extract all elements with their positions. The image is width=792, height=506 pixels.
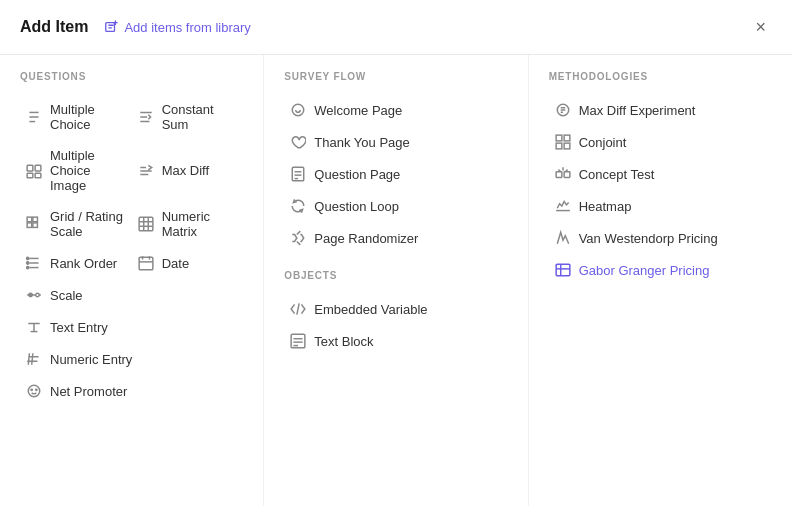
numeric-entry-icon bbox=[26, 351, 42, 367]
svg-point-28 bbox=[29, 293, 32, 296]
item-label: Net Promoter bbox=[50, 384, 127, 399]
item-label: Question Loop bbox=[314, 199, 399, 214]
add-from-library-link[interactable]: Add items from library bbox=[104, 20, 250, 35]
objects-header: OBJECTS bbox=[284, 270, 507, 281]
svg-point-21 bbox=[27, 262, 29, 264]
conjoint-icon bbox=[555, 134, 571, 150]
van-west-icon bbox=[555, 230, 571, 246]
item-label: Max Diff bbox=[162, 163, 209, 178]
svg-rect-44 bbox=[556, 143, 562, 149]
constant-sum-icon bbox=[138, 109, 154, 125]
item-label: Page Randomizer bbox=[314, 231, 418, 246]
net-promoter-icon bbox=[26, 383, 42, 399]
item-numeric-matrix[interactable]: Numeric Matrix bbox=[132, 201, 244, 247]
item-grid-rating[interactable]: Grid / Rating Scale bbox=[20, 201, 132, 247]
item-label: Van Westendorp Pricing bbox=[579, 231, 718, 246]
max-diff-exp-icon bbox=[555, 102, 571, 118]
item-welcome-page[interactable]: Welcome Page bbox=[284, 94, 507, 126]
svg-rect-0 bbox=[106, 23, 115, 32]
list-icon bbox=[26, 109, 42, 125]
item-label: Numeric Matrix bbox=[162, 209, 238, 239]
item-label: Grid / Rating Scale bbox=[50, 209, 126, 239]
text-block-icon bbox=[290, 333, 306, 349]
item-label: Multiple Choice Image bbox=[50, 148, 126, 193]
methodologies-column: METHODOLOGIES Max Diff Experiment Conjoi… bbox=[529, 55, 792, 506]
item-label: Date bbox=[162, 256, 189, 271]
item-embedded-variable[interactable]: Embedded Variable bbox=[284, 293, 507, 325]
item-question-page[interactable]: Question Page bbox=[284, 158, 507, 190]
item-label: Gabor Granger Pricing bbox=[579, 263, 710, 278]
svg-rect-46 bbox=[556, 172, 562, 178]
close-button[interactable]: × bbox=[749, 16, 772, 38]
scale-icon bbox=[26, 287, 42, 303]
item-numeric-entry[interactable]: Numeric Entry bbox=[20, 343, 243, 375]
item-rank-order[interactable]: Rank Order bbox=[20, 247, 132, 279]
modal-body: QUESTIONS Multiple Choice Constant Sum bbox=[0, 55, 792, 506]
svg-rect-10 bbox=[27, 223, 32, 228]
item-scale[interactable]: Scale bbox=[20, 279, 243, 311]
item-label: Rank Order bbox=[50, 256, 117, 271]
svg-point-31 bbox=[36, 389, 37, 390]
modal-title: Add Item bbox=[20, 18, 88, 36]
item-text-block[interactable]: Text Block bbox=[284, 325, 507, 357]
item-van-westendorp[interactable]: Van Westendorp Pricing bbox=[549, 222, 772, 254]
rank-order-icon bbox=[26, 255, 42, 271]
svg-rect-9 bbox=[33, 217, 38, 222]
item-label: Multiple Choice bbox=[50, 102, 126, 132]
item-page-randomizer[interactable]: Page Randomizer bbox=[284, 222, 507, 254]
questions-header: QUESTIONS bbox=[20, 71, 243, 82]
item-label: Concept Test bbox=[579, 167, 655, 182]
survey-flow-column: SURVEY FLOW Welcome Page Thank You Page bbox=[264, 55, 528, 506]
item-multiple-choice[interactable]: Multiple Choice bbox=[20, 94, 132, 140]
text-entry-icon bbox=[26, 319, 42, 335]
svg-rect-6 bbox=[27, 173, 33, 178]
item-label: Text Entry bbox=[50, 320, 108, 335]
svg-rect-47 bbox=[564, 172, 570, 178]
item-label: Constant Sum bbox=[162, 102, 238, 132]
item-label: Scale bbox=[50, 288, 83, 303]
item-gabor-granger[interactable]: Gabor Granger Pricing bbox=[549, 254, 772, 286]
item-label: Heatmap bbox=[579, 199, 632, 214]
item-date[interactable]: Date bbox=[132, 247, 244, 279]
item-heatmap[interactable]: Heatmap bbox=[549, 190, 772, 222]
image-choice-icon bbox=[26, 163, 42, 179]
questions-grid: Multiple Choice Constant Sum Multiple Ch… bbox=[20, 94, 243, 407]
item-multiple-choice-image[interactable]: Multiple Choice Image bbox=[20, 140, 132, 201]
item-concept-test[interactable]: Concept Test bbox=[549, 158, 772, 190]
item-constant-sum[interactable]: Constant Sum bbox=[132, 94, 244, 140]
item-text-entry[interactable]: Text Entry bbox=[20, 311, 243, 343]
gabor-icon bbox=[555, 262, 571, 278]
grid-icon bbox=[26, 216, 42, 232]
svg-rect-11 bbox=[33, 223, 38, 228]
item-label: Embedded Variable bbox=[314, 302, 427, 317]
svg-rect-8 bbox=[27, 217, 32, 222]
close-icon: × bbox=[755, 17, 766, 37]
date-icon bbox=[138, 255, 154, 271]
item-label: Numeric Entry bbox=[50, 352, 132, 367]
svg-point-22 bbox=[27, 266, 29, 268]
svg-point-20 bbox=[27, 257, 29, 259]
add-item-modal: Add Item Add items from library × QUESTI… bbox=[0, 0, 792, 506]
svg-rect-5 bbox=[35, 165, 41, 171]
item-max-diff-experiment[interactable]: Max Diff Experiment bbox=[549, 94, 772, 126]
svg-rect-42 bbox=[556, 135, 562, 141]
thank-you-icon bbox=[290, 134, 306, 150]
question-page-icon bbox=[290, 166, 306, 182]
survey-flow-items: Welcome Page Thank You Page Question Pag… bbox=[284, 94, 507, 254]
svg-point-29 bbox=[36, 293, 39, 296]
svg-rect-4 bbox=[27, 165, 33, 171]
add-from-library-label: Add items from library bbox=[124, 20, 250, 35]
numeric-matrix-icon bbox=[138, 216, 154, 232]
item-label: Text Block bbox=[314, 334, 373, 349]
item-conjoint[interactable]: Conjoint bbox=[549, 126, 772, 158]
item-label: Conjoint bbox=[579, 135, 627, 150]
item-net-promoter[interactable]: Net Promoter bbox=[20, 375, 243, 407]
svg-rect-23 bbox=[139, 257, 153, 270]
svg-rect-49 bbox=[556, 264, 570, 275]
item-max-diff[interactable]: Max Diff bbox=[132, 140, 244, 201]
item-question-loop[interactable]: Question Loop bbox=[284, 190, 507, 222]
item-thank-you-page[interactable]: Thank You Page bbox=[284, 126, 507, 158]
svg-rect-45 bbox=[564, 143, 570, 149]
randomizer-icon bbox=[290, 230, 306, 246]
library-icon bbox=[104, 20, 118, 34]
